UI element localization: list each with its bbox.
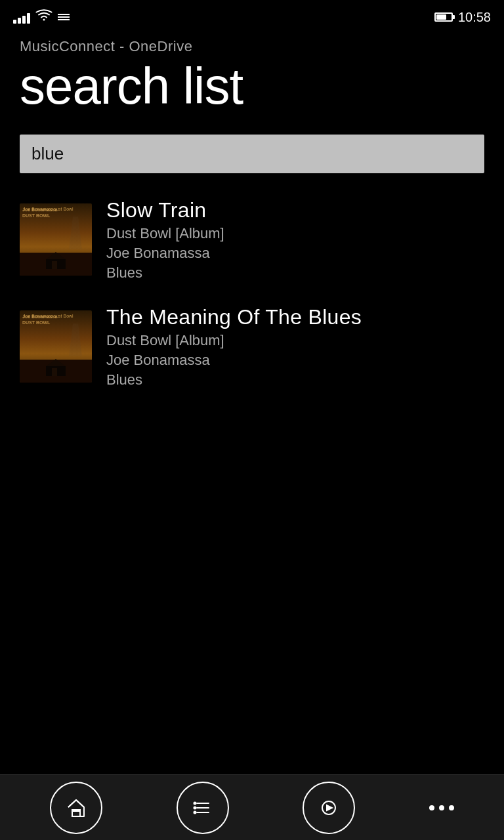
music-button[interactable]: [303, 782, 355, 834]
more-dot-1: [429, 805, 434, 810]
list-item[interactable]: Joe BonamassaDUST BOWL The Meaning Of Th…: [0, 293, 504, 400]
svg-point-12: [194, 811, 196, 813]
home-button[interactable]: [50, 782, 102, 834]
svg-marker-1: [46, 252, 66, 259]
status-bar: 10:58: [0, 0, 504, 32]
song-album-2: Dust Bowl [Album]: [106, 332, 362, 349]
list-item[interactable]: Joe BonamassaDUST BOWL Slow Train Dust B…: [0, 186, 504, 293]
album-art-text-2: Joe BonamassaDUST BOWL: [22, 314, 57, 326]
status-right: 10:58: [434, 10, 491, 25]
menu-icon: [58, 14, 70, 20]
signal-bar-4: [27, 13, 30, 24]
song-artist-1: Joe Bonamassa: [106, 245, 224, 262]
battery-icon: [434, 12, 453, 22]
svg-point-11: [194, 807, 196, 808]
song-title-2: The Meaning Of The Blues: [106, 305, 362, 329]
song-genre-1: Blues: [106, 264, 224, 282]
page-title: search list: [20, 58, 484, 115]
bottom-nav: [0, 774, 504, 840]
clock: 10:58: [458, 10, 491, 25]
song-artist-2: Joe Bonamassa: [106, 352, 362, 369]
results-list: Joe BonamassaDUST BOWL Slow Train Dust B…: [0, 173, 504, 400]
song-genre-2: Blues: [106, 371, 362, 388]
list-button[interactable]: [177, 782, 229, 834]
house-decoration-2: [43, 356, 69, 376]
svg-rect-5: [52, 368, 57, 376]
more-button[interactable]: [429, 805, 454, 810]
signal-bar-1: [13, 20, 16, 24]
svg-rect-2: [52, 261, 57, 269]
app-subtitle: MusicConnect - OneDrive: [20, 38, 484, 55]
more-dot-3: [449, 805, 454, 810]
search-input[interactable]: [20, 135, 484, 173]
song-info-2: The Meaning Of The Blues Dust Bowl [Albu…: [106, 305, 362, 388]
song-album-1: Dust Bowl [Album]: [106, 225, 224, 242]
search-container: [0, 115, 504, 173]
status-left: [13, 9, 70, 26]
tornado-decoration-2: [69, 324, 82, 356]
song-title-1: Slow Train: [106, 198, 224, 222]
album-art-2: Joe BonamassaDUST BOWL: [20, 310, 92, 383]
wifi-icon: [35, 9, 52, 26]
svg-marker-4: [46, 359, 66, 366]
tornado-decoration: [69, 217, 82, 249]
app-header: MusicConnect - OneDrive search list: [0, 32, 504, 115]
svg-point-10: [194, 802, 196, 804]
album-art-text-1: Joe BonamassaDUST BOWL: [22, 207, 57, 219]
album-art-1: Joe BonamassaDUST BOWL: [20, 203, 92, 276]
song-info-1: Slow Train Dust Bowl [Album] Joe Bonamas…: [106, 198, 224, 282]
house-decoration: [43, 249, 69, 269]
more-dot-2: [439, 805, 444, 810]
signal-icon: [13, 10, 30, 24]
signal-bar-3: [22, 16, 26, 24]
signal-bar-2: [18, 18, 21, 24]
